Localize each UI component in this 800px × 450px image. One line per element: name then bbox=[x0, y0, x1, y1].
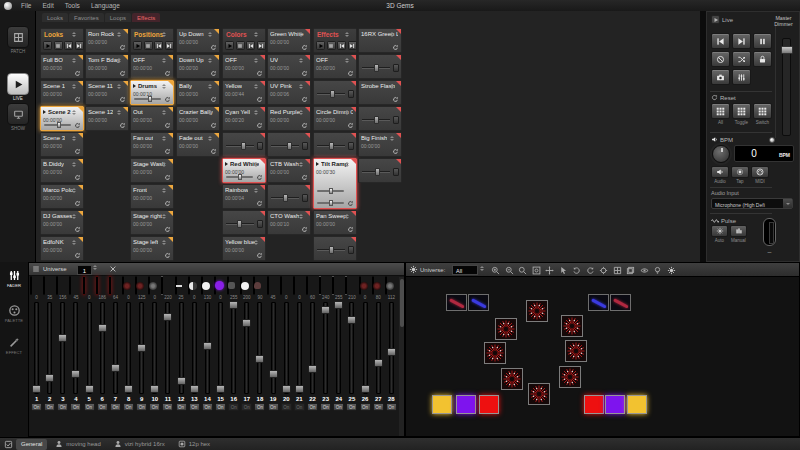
lock-button[interactable] bbox=[753, 51, 772, 67]
scene-fader-cell[interactable] bbox=[358, 106, 402, 131]
tool-rotate-left-icon[interactable] bbox=[571, 265, 582, 276]
channel-fader-thumb[interactable] bbox=[45, 374, 54, 382]
channel-fader[interactable] bbox=[244, 302, 249, 394]
loop-icon[interactable] bbox=[74, 200, 81, 207]
scene-front[interactable]: Front00:00'00 bbox=[130, 184, 174, 209]
channel-fader[interactable] bbox=[152, 302, 157, 394]
channel-fader[interactable] bbox=[297, 302, 302, 394]
header-skip-back-button[interactable] bbox=[337, 41, 346, 50]
scene-out[interactable]: Out00:00'00 bbox=[130, 106, 174, 131]
tab-effects[interactable]: Effects bbox=[132, 13, 160, 22]
bpm-audio-button[interactable] bbox=[711, 166, 729, 178]
loop-icon[interactable] bbox=[164, 226, 171, 233]
scene-ctb-wash[interactable]: CTB Wash00:00'00 bbox=[267, 158, 311, 183]
strip-fader-thumb[interactable] bbox=[374, 116, 379, 124]
scene-scene-11[interactable]: Scene 1100:00'00 bbox=[85, 80, 129, 105]
channel-fader-thumb[interactable] bbox=[308, 365, 317, 373]
scene-fader-cell[interactable] bbox=[358, 158, 402, 183]
menu-icon[interactable] bbox=[32, 265, 40, 273]
scene-fader-cell[interactable] bbox=[267, 132, 311, 157]
fixture-tab-general[interactable]: General bbox=[16, 439, 47, 450]
channel-on-button[interactable]: On bbox=[149, 403, 160, 411]
strip-fader-thumb[interactable] bbox=[241, 142, 246, 150]
loop-icon[interactable] bbox=[301, 70, 308, 77]
pulse-auto-button[interactable] bbox=[711, 225, 728, 237]
scene-fader-cell[interactable] bbox=[267, 184, 311, 209]
header-play-button[interactable] bbox=[225, 41, 234, 50]
gear-icon[interactable] bbox=[409, 265, 418, 274]
channel-fader-thumb[interactable] bbox=[374, 359, 383, 367]
channel-fader-thumb[interactable] bbox=[85, 385, 94, 393]
scene-b-diddy[interactable]: B.Diddy00:00'00 bbox=[40, 158, 84, 183]
loop-icon[interactable] bbox=[74, 148, 81, 155]
channel-fader[interactable] bbox=[218, 302, 223, 394]
scene-cto-wash[interactable]: CTO Wash00:00'10 bbox=[267, 210, 311, 235]
scene-scene-1[interactable]: Scene 100:00'00 bbox=[40, 80, 84, 105]
sidebar-fader[interactable]: FADER bbox=[1, 267, 27, 288]
moving-head-fixture[interactable] bbox=[561, 315, 583, 337]
channel-fader-thumb[interactable] bbox=[334, 301, 343, 309]
scene-stage-wash[interactable]: Stage Wash00:00'00 bbox=[130, 158, 174, 183]
channel-on-button[interactable]: On bbox=[294, 403, 305, 411]
channel-on-button[interactable]: On bbox=[268, 403, 279, 411]
fixture-tab-moving-head[interactable]: moving head bbox=[50, 439, 105, 450]
channel-fader-thumb[interactable] bbox=[361, 385, 370, 393]
laser-fixture[interactable] bbox=[588, 294, 609, 311]
pulse-manual-button[interactable] bbox=[730, 225, 747, 237]
channel-fader[interactable] bbox=[47, 302, 52, 394]
channel-fader[interactable] bbox=[376, 302, 381, 394]
channel-on-button[interactable]: On bbox=[320, 403, 331, 411]
moving-head-fixture[interactable] bbox=[495, 318, 517, 340]
loop-icon[interactable] bbox=[392, 148, 399, 155]
master-dimmer-thumb[interactable] bbox=[781, 46, 793, 54]
mixer-button[interactable] bbox=[732, 69, 751, 85]
channel-fader-thumb[interactable] bbox=[124, 385, 133, 393]
universe-filter-select[interactable]: All bbox=[452, 265, 478, 275]
loop-icon[interactable] bbox=[347, 226, 354, 233]
channel-fader-thumb[interactable] bbox=[269, 370, 278, 378]
reset-all-button[interactable] bbox=[711, 103, 730, 119]
loop-icon[interactable] bbox=[74, 226, 81, 233]
scene-tilt-ramp[interactable]: Tilt Ramp00:00'30 bbox=[313, 158, 357, 209]
scene-scene-3[interactable]: Scene 300:00'00 bbox=[40, 132, 84, 157]
channel-fader-thumb[interactable] bbox=[177, 377, 186, 385]
channel-on-button[interactable]: On bbox=[333, 403, 344, 411]
channel-on-button[interactable]: On bbox=[97, 403, 108, 411]
strip-fader-thumb[interactable] bbox=[330, 90, 335, 98]
camera-button[interactable] bbox=[711, 69, 730, 85]
channel-on-button[interactable]: On bbox=[70, 403, 81, 411]
scene-stage-left[interactable]: Stage left00:00'00 bbox=[130, 236, 174, 261]
channel-fader[interactable] bbox=[139, 302, 144, 394]
scene-drums[interactable]: Drums00:00'10 bbox=[130, 80, 174, 105]
strip-fader-thumb[interactable] bbox=[375, 168, 380, 176]
loop-icon[interactable] bbox=[119, 70, 126, 77]
moving-head-fixture[interactable] bbox=[526, 300, 548, 322]
channel-fader[interactable] bbox=[87, 302, 92, 394]
header-pause-button[interactable] bbox=[54, 41, 63, 50]
loop-icon[interactable] bbox=[210, 122, 217, 129]
channel-fader-thumb[interactable] bbox=[190, 385, 199, 393]
scene-ron-rock[interactable]: Ron Rock00:00'00 bbox=[85, 28, 129, 53]
scene-big-finish[interactable]: Big Finish00:00'00 bbox=[358, 132, 402, 157]
sidebar-palette[interactable]: PALETTE bbox=[1, 302, 27, 323]
strip-fader-thumb[interactable] bbox=[374, 64, 379, 72]
par-fixture[interactable] bbox=[479, 395, 499, 414]
scene-off[interactable]: OFF00:00'00 bbox=[222, 54, 266, 79]
loop-icon[interactable] bbox=[347, 122, 354, 129]
tab-loops[interactable]: Loops bbox=[105, 13, 131, 22]
mode-show[interactable]: SHOW bbox=[3, 103, 33, 131]
par-fixture[interactable] bbox=[627, 395, 647, 414]
channel-fader[interactable] bbox=[34, 302, 39, 394]
scene-strobe-flash[interactable]: Strobe Flash bbox=[358, 80, 402, 105]
channel-on-button[interactable]: On bbox=[241, 403, 252, 411]
scene-green-white[interactable]: Green White00:00'00 bbox=[267, 28, 311, 53]
scene-off[interactable]: OFF00:00'00 bbox=[130, 54, 174, 79]
tool-zoom-in-icon[interactable] bbox=[490, 265, 501, 276]
par-fixture[interactable] bbox=[432, 395, 452, 414]
strip-fader-thumb[interactable] bbox=[237, 220, 242, 228]
menu-edit[interactable]: Edit bbox=[40, 2, 55, 9]
loop-icon[interactable] bbox=[164, 200, 171, 207]
loop-icon[interactable] bbox=[256, 122, 263, 129]
tool-grid-icon[interactable] bbox=[612, 265, 623, 276]
tool-zoom-reset-icon[interactable] bbox=[517, 265, 528, 276]
